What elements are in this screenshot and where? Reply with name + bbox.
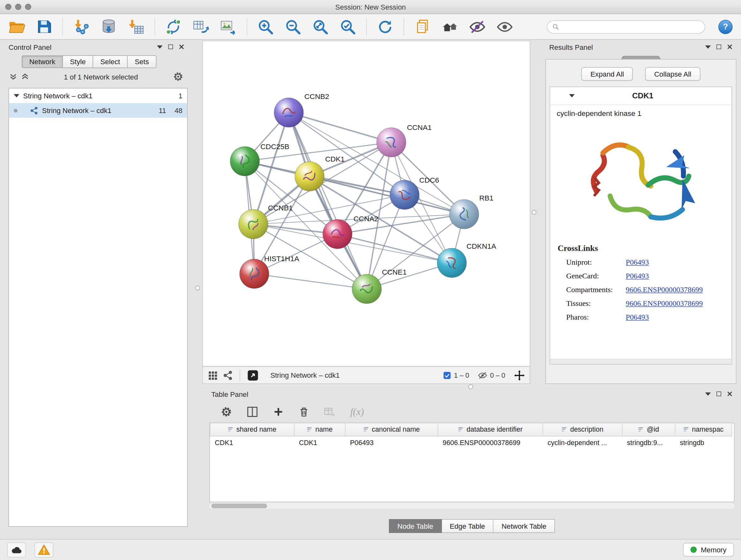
tree-twisty-icon[interactable] xyxy=(14,94,19,98)
network-graph[interactable]: CCNB2CCNA1CDC25BCDK1CDC6RB1CCNB1CCNA2CDK… xyxy=(203,41,530,366)
delete-column-trash-icon[interactable] xyxy=(298,406,310,418)
open-session-button[interactable] xyxy=(6,16,27,38)
import-network-file-button[interactable] xyxy=(71,16,92,38)
network-edge[interactable] xyxy=(289,112,367,289)
table-cell[interactable]: cyclin-dependent ... xyxy=(543,436,622,449)
table-column-header[interactable]: name xyxy=(294,423,345,436)
splitter-handle[interactable] xyxy=(195,286,200,291)
detach-view-icon[interactable] xyxy=(247,369,259,381)
network-node-cdc6[interactable] xyxy=(390,180,419,209)
table-row[interactable]: CDK1CDK1P064939606.ENSP00000378699cyclin… xyxy=(210,436,732,449)
network-node-ccne1[interactable] xyxy=(352,274,381,304)
panel-close-icon[interactable] xyxy=(727,44,733,50)
network-node-ccnb2[interactable] xyxy=(274,98,304,127)
add-column-icon[interactable] xyxy=(273,406,284,418)
crosslink-uniprot[interactable]: P06493 xyxy=(626,258,649,267)
home-button[interactable] xyxy=(439,16,461,38)
collapse-all-button[interactable]: Collapse All xyxy=(645,67,700,81)
show-all-button[interactable] xyxy=(494,16,516,38)
tab-network-table[interactable]: Network Table xyxy=(494,519,555,533)
table-column-header[interactable]: @id xyxy=(622,423,675,436)
network-node-rb1[interactable] xyxy=(449,199,479,229)
hide-selection-button[interactable] xyxy=(467,16,488,38)
table-horizontal-scrollbar[interactable] xyxy=(209,503,734,509)
panel-float-icon[interactable] xyxy=(168,44,173,49)
results-scrollbar[interactable] xyxy=(550,359,732,364)
gene-header[interactable]: CDK1 xyxy=(550,87,732,105)
expand-all-button[interactable]: Expand All xyxy=(582,67,633,81)
new-network-button[interactable] xyxy=(162,16,184,38)
pan-crosshair-icon[interactable] xyxy=(514,369,525,381)
save-session-button[interactable] xyxy=(33,16,55,38)
tab-style[interactable]: Style xyxy=(63,55,93,68)
crosslink-tissues[interactable]: 9606.ENSP00000378699 xyxy=(626,299,703,308)
table-column-header[interactable]: description xyxy=(543,423,622,436)
import-network-database-button[interactable] xyxy=(98,16,120,38)
network-node-hist1h1a[interactable] xyxy=(240,259,269,289)
panel-float-icon[interactable] xyxy=(717,44,721,49)
table-cell[interactable]: P06493 xyxy=(345,436,438,449)
panel-menu-icon[interactable] xyxy=(705,392,711,395)
network-view-share-icon[interactable] xyxy=(223,370,233,381)
window-zoom-button[interactable] xyxy=(25,4,31,10)
window-minimize-button[interactable] xyxy=(15,4,21,10)
panel-float-icon[interactable] xyxy=(717,391,721,396)
table-cell[interactable]: CDK1 xyxy=(294,436,345,449)
zoom-selected-button[interactable] xyxy=(337,16,359,38)
duplicate-page-button[interactable] xyxy=(412,16,433,38)
table-column-header[interactable]: database identifier xyxy=(438,423,543,436)
gear-icon[interactable] xyxy=(173,71,184,82)
table-cell[interactable]: stringdb xyxy=(675,436,732,449)
table-column-header[interactable]: canonical name xyxy=(345,423,438,436)
zoom-fit-button[interactable] xyxy=(310,16,331,38)
table-column-header[interactable]: shared name xyxy=(210,423,294,436)
table-cell[interactable]: CDK1 xyxy=(210,436,294,449)
network-node-cdkn1a[interactable] xyxy=(437,248,467,278)
table-cell[interactable]: stringdb:9... xyxy=(622,436,675,449)
network-node-ccna2[interactable] xyxy=(323,219,352,249)
memory-button[interactable]: Memory xyxy=(683,543,734,557)
tab-select[interactable]: Select xyxy=(93,55,127,68)
panel-close-icon[interactable] xyxy=(727,391,733,397)
network-node-ccna1[interactable] xyxy=(377,128,406,157)
network-row[interactable]: String Network – cdk1 11 48 xyxy=(9,103,187,118)
zoom-in-button[interactable] xyxy=(255,16,276,38)
table-column-header[interactable]: namespac xyxy=(675,423,732,436)
selected-checkbox-icon[interactable] xyxy=(443,371,451,380)
gene-twisty-icon[interactable] xyxy=(569,94,575,98)
import-table-button[interactable] xyxy=(125,16,147,38)
network-node-cdk1[interactable] xyxy=(295,162,324,191)
show-columns-icon[interactable] xyxy=(246,406,259,418)
network-canvas[interactable]: CCNB2CCNA1CDC25BCDK1CDC6RB1CCNB1CCNA2CDK… xyxy=(202,41,530,366)
collapse-all-icon[interactable] xyxy=(10,73,17,80)
network-node-ccnb1[interactable] xyxy=(239,209,268,239)
help-button[interactable]: ? xyxy=(718,19,732,34)
tab-network[interactable]: Network xyxy=(22,55,62,68)
cloud-status-button[interactable] xyxy=(7,542,26,557)
network-collection-row[interactable]: String Network – cdk1 1 xyxy=(9,88,187,103)
hidden-eye-icon[interactable] xyxy=(478,370,487,380)
table-cell[interactable]: 9606.ENSP00000378699 xyxy=(438,436,543,449)
network-node-cdc25b[interactable] xyxy=(230,146,259,176)
crosslink-genecard[interactable]: P06493 xyxy=(626,272,649,281)
tab-edge-table[interactable]: Edge Table xyxy=(442,519,494,533)
splitter-handle[interactable] xyxy=(532,210,536,215)
splitter-handle[interactable] xyxy=(468,384,473,389)
scrollbar-thumb[interactable] xyxy=(211,503,267,508)
tab-node-table[interactable]: Node Table xyxy=(389,519,442,533)
window-close-button[interactable] xyxy=(5,4,11,10)
grid-view-icon[interactable] xyxy=(207,370,218,381)
panel-menu-icon[interactable] xyxy=(157,45,163,48)
export-image-button[interactable] xyxy=(217,16,239,38)
tab-sets[interactable]: Sets xyxy=(127,55,157,68)
expand-all-icon[interactable] xyxy=(21,73,29,80)
crosslink-pharos[interactable]: P06493 xyxy=(626,313,649,321)
panel-close-icon[interactable] xyxy=(179,44,185,50)
warning-status-button[interactable] xyxy=(35,542,53,557)
table-settings-gear-icon[interactable] xyxy=(221,406,232,418)
apply-layout-button[interactable] xyxy=(374,16,396,38)
search-input[interactable] xyxy=(562,23,700,30)
network-edge[interactable] xyxy=(289,112,391,142)
panel-menu-icon[interactable] xyxy=(705,45,711,48)
zoom-out-button[interactable] xyxy=(282,16,304,38)
